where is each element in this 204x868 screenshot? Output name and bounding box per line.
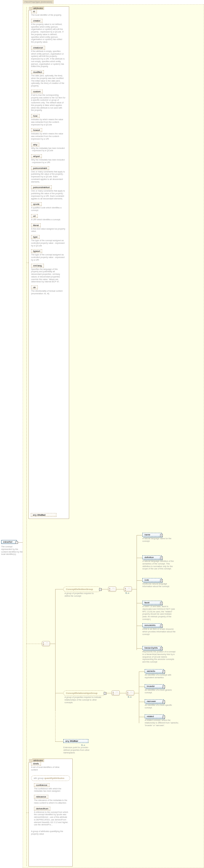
expand-icon[interactable]: + bbox=[163, 685, 165, 688]
child-line bbox=[137, 535, 142, 535]
concept-definition-group[interactable]: ConceptDefinitionGroup – bbox=[63, 587, 100, 592]
element-sameAs[interactable]: sameAs+ bbox=[145, 669, 164, 673]
attr-box-confidence[interactable]: confidence bbox=[34, 783, 50, 787]
attr-desc-creator: If the property value is not defined, sp… bbox=[31, 23, 65, 43]
element-facet[interactable]: facet+ bbox=[142, 601, 162, 604]
child-line bbox=[137, 626, 142, 626]
attr-desc-type: The type of the concept assigned as cont… bbox=[31, 240, 65, 247]
attr-creator: creatorIf the property value is not defi… bbox=[31, 19, 66, 43]
cdg-choice[interactable] bbox=[124, 587, 132, 592]
attr-box-literal[interactable]: literal bbox=[31, 223, 41, 227]
attr-box-relevance[interactable]: relevance bbox=[34, 795, 48, 799]
expand-icon[interactable]: – bbox=[104, 692, 106, 695]
element-label: name bbox=[144, 533, 150, 536]
element-desc: A natural language name for the concept. bbox=[142, 537, 177, 543]
expand-icon[interactable]: + bbox=[160, 647, 163, 650]
attr-desc-typeuri: The type of the concept assigned as cont… bbox=[31, 254, 65, 261]
crg-choice[interactable] bbox=[126, 690, 134, 695]
attr-xml:lang: xml:langSpecifies the language of this p… bbox=[31, 264, 66, 283]
element-label: narrower bbox=[147, 700, 156, 703]
attr-desc-howuri: Indicates by which means the value was e… bbox=[31, 133, 65, 140]
attr-pubconstraint: pubconstraintOne or many constraints tha… bbox=[31, 166, 66, 183]
any-other-attr[interactable]: any ##other bbox=[31, 513, 56, 517]
attr-box-howuri[interactable]: howuri bbox=[31, 128, 42, 132]
expand-icon[interactable]: + bbox=[163, 670, 165, 673]
child-line bbox=[139, 717, 145, 717]
element-narrower[interactable]: narrower+ bbox=[145, 700, 164, 703]
sequence-compositor-main[interactable] bbox=[42, 641, 50, 646]
attr-box-creator[interactable]: creator bbox=[31, 19, 42, 23]
attr-whyuri: whyuriWhy the metadata has been included… bbox=[31, 154, 66, 164]
attributes-box-1: attributes idThe local identifier of the… bbox=[28, 6, 69, 519]
attr-box-why[interactable]: why bbox=[31, 143, 39, 147]
cdg-sequence[interactable] bbox=[108, 587, 116, 592]
qag-title: quantifyAttributes bbox=[44, 777, 64, 779]
attr-uri: uriA URI which identifies a concept. bbox=[31, 214, 66, 221]
attr-box-custom[interactable]: custom bbox=[31, 90, 43, 93]
attr-box-derivedfrom[interactable]: derivedfrom bbox=[34, 807, 50, 810]
expand-icon[interactable]: + bbox=[160, 557, 163, 559]
element-related[interactable]: related+ bbox=[145, 714, 164, 718]
attr-box-pubconstraint[interactable]: pubconstraint bbox=[31, 166, 49, 170]
attr-box-whyuri[interactable]: whyuri bbox=[31, 154, 42, 158]
element-broader[interactable]: broader+ bbox=[145, 684, 164, 688]
collapse-icon[interactable]: – bbox=[16, 541, 18, 544]
attr-box-typeuri[interactable]: typeuri bbox=[31, 249, 42, 253]
attr-desc-modified: The date (and, optionally, the time) whe… bbox=[31, 74, 65, 87]
attr-desc-creatoruri: If the attribute is empty, specifies whi… bbox=[31, 50, 65, 68]
attr-desc-confidence: The confidence with which the metadata h… bbox=[34, 787, 68, 793]
attr-box-pubconstrainturi[interactable]: pubconstrainturi bbox=[31, 185, 52, 189]
attr-pubconstrainturi: pubconstrainturiOne or many constraints … bbox=[31, 185, 66, 200]
concept-relationships-group[interactable]: ConceptRelationshipsGroup – bbox=[63, 690, 105, 696]
attr-confidence: confidenceThe confidence with which the … bbox=[34, 783, 70, 793]
expand-icon[interactable]: + bbox=[160, 534, 163, 536]
crg-sequence[interactable] bbox=[112, 690, 120, 695]
expand-icon[interactable]: + bbox=[160, 602, 163, 604]
quantify-attributes-group[interactable]: attr group quantifyAttributes bbox=[31, 775, 70, 781]
attr-desc-custom: If set to true the corresponding propert… bbox=[31, 94, 65, 112]
expand-icon[interactable]: – bbox=[99, 588, 102, 591]
attr-id: idThe local identifier of the property. bbox=[31, 9, 66, 17]
attr-box-modified[interactable]: modified bbox=[31, 70, 44, 74]
attr-box-uri[interactable]: uri bbox=[31, 214, 38, 218]
element-desc: An identifier of a more generic concept. bbox=[145, 689, 179, 694]
attr-box-id[interactable]: id bbox=[31, 9, 37, 13]
ext-desc: Extension point for provider-defined pro… bbox=[63, 746, 95, 754]
idrefs-attr[interactable]: idrefs bbox=[31, 762, 41, 766]
attr-desc-pubconstrainturi: One or many constraints that apply to pu… bbox=[31, 190, 65, 200]
element-hierarchyInfo[interactable]: hierarchyInfo+ bbox=[142, 646, 162, 650]
crg-h4 bbox=[134, 693, 139, 693]
root-label: inlineRef bbox=[3, 541, 12, 543]
element-remoteInfo[interactable]: remoteInfo+ bbox=[142, 623, 162, 627]
expand-icon[interactable]: + bbox=[163, 701, 165, 703]
crg-card: 0..∞ bbox=[128, 696, 132, 698]
attr-box-qcode[interactable]: qcode bbox=[31, 202, 41, 206]
seq-vline bbox=[55, 589, 56, 710]
any-element[interactable]: any ##other bbox=[63, 739, 88, 743]
attr-box-type[interactable]: type bbox=[31, 235, 39, 239]
attr-desc-xml:lang: Specifies the language of this property … bbox=[31, 268, 65, 283]
element-label: hierarchyInfo bbox=[144, 647, 158, 649]
element-label: facet bbox=[144, 601, 149, 604]
attr-literal: literalA free-text value assigned as pro… bbox=[31, 223, 66, 233]
attr-qcode: qcodeA qualified code which identifies a… bbox=[31, 202, 66, 212]
attr-box-xml:lang[interactable]: xml:lang bbox=[31, 264, 44, 268]
crg-vline bbox=[139, 672, 139, 723]
cdg-h4 bbox=[132, 589, 137, 589]
expand-icon[interactable]: + bbox=[160, 579, 163, 582]
root-element[interactable]: inlineRef – bbox=[1, 540, 17, 544]
expand-icon[interactable]: + bbox=[160, 624, 163, 627]
element-definition[interactable]: definition+ bbox=[142, 555, 162, 559]
child-line bbox=[137, 558, 142, 558]
idrefs-wrap: idrefs A set of local identifiers of inl… bbox=[29, 759, 72, 774]
element-note[interactable]: note+ bbox=[142, 578, 162, 582]
element-desc: A link to an item or a web resource whic… bbox=[142, 628, 177, 636]
element-name[interactable]: name+ bbox=[142, 533, 162, 536]
attr-box-dir[interactable]: dir bbox=[31, 285, 38, 289]
attr-desc-literal: A free-text value assigned as property v… bbox=[31, 228, 65, 233]
attr-desc-relevance: The relevance of the metadata to the new… bbox=[34, 799, 68, 804]
element-desc: In NAR 1.8 and later, facet is deprecate… bbox=[142, 606, 177, 621]
attr-box-creatoruri[interactable]: creatoruri bbox=[31, 46, 45, 50]
attr-box-how[interactable]: how bbox=[31, 114, 39, 118]
expand-icon[interactable]: + bbox=[163, 716, 165, 718]
